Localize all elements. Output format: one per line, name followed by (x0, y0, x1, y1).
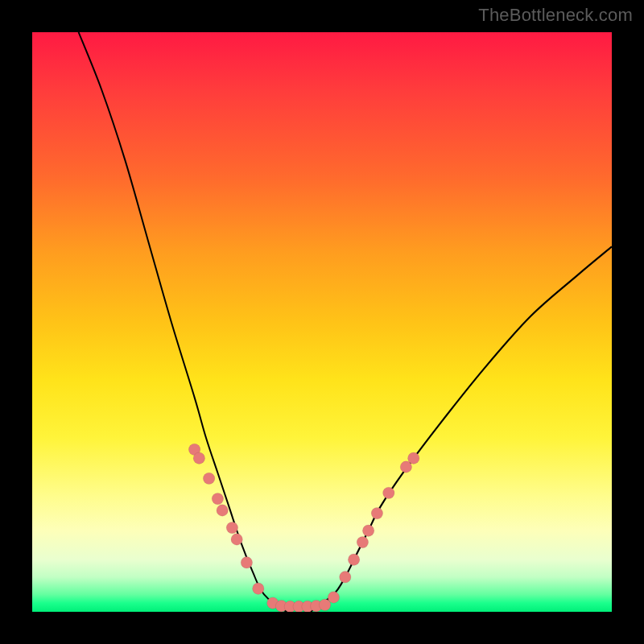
data-point (357, 536, 368, 547)
plot-area (32, 32, 612, 612)
data-point (203, 473, 214, 484)
data-point (408, 452, 419, 464)
data-point (241, 557, 252, 568)
data-point (340, 572, 351, 583)
data-point (193, 452, 204, 464)
data-point (231, 534, 242, 545)
watermark-text: TheBottleneck.com (478, 5, 633, 26)
dots-layer (188, 444, 419, 612)
chart-frame: TheBottleneck.com (0, 0, 644, 644)
data-point (217, 505, 228, 516)
data-point (362, 525, 374, 536)
chart-overlay-svg (32, 32, 612, 612)
curve-layer (79, 32, 612, 612)
data-point (371, 507, 382, 518)
data-point (383, 487, 394, 498)
data-point (328, 592, 339, 603)
data-point (226, 522, 237, 533)
data-point (212, 493, 223, 504)
data-point (253, 583, 264, 594)
data-point (348, 554, 359, 565)
curve-left_curve (79, 32, 311, 612)
